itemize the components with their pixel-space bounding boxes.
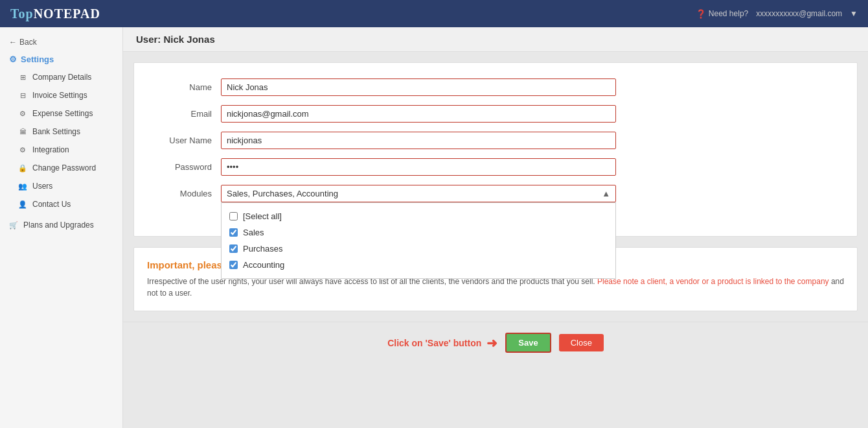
sales-checkbox[interactable]	[229, 228, 238, 237]
email-row: Email	[150, 105, 841, 123]
password-label: Password	[150, 158, 221, 172]
modules-option-sales[interactable]: Sales	[222, 224, 615, 241]
sidebar-item-bank-settings[interactable]: 🏛 Bank Settings	[0, 123, 122, 141]
close-button[interactable]: Close	[559, 334, 604, 351]
help-button[interactable]: Need help?	[696, 9, 748, 19]
accounting-checkbox[interactable]	[229, 261, 238, 269]
page-title: User: Nick Jonas	[123, 27, 868, 52]
name-label: Name	[150, 78, 221, 92]
name-input[interactable]	[221, 78, 616, 96]
layout: ← Back Settings ⊞ Company Details ⊟ Invo…	[0, 27, 868, 428]
modules-option-purchases[interactable]: Purchases	[222, 241, 615, 257]
modules-option-select-all[interactable]: [Select all]	[222, 208, 615, 224]
modules-option-accounting[interactable]: Accounting	[222, 257, 615, 273]
email-input[interactable]	[221, 105, 616, 123]
sidebar-item-label: Expense Settings	[32, 109, 93, 118]
sidebar-item-company-details[interactable]: ⊞ Company Details	[0, 68, 122, 86]
email-label: Email	[150, 105, 221, 119]
username-input-wrapper	[221, 132, 616, 149]
notice-text: Irrespective of the user rights, your us…	[147, 276, 844, 299]
email-input-wrapper	[221, 105, 616, 123]
footer-instruction: Click on 'Save' button ➜	[387, 335, 497, 351]
arrow-icon: ➜	[486, 335, 497, 351]
plans-icon: 🛒	[9, 220, 18, 230]
header: TopNotepad Need help? xxxxxxxxxxx@gmail.…	[0, 0, 868, 27]
settings-icon	[9, 54, 17, 64]
sidebar-item-invoice-settings[interactable]: ⊟ Invoice Settings	[0, 86, 122, 104]
modules-display-value: Sales, Purchases, Accounting	[227, 189, 338, 198]
integration-icon: ⚙	[18, 145, 27, 154]
user-form-card: Name Email User Name Passw	[133, 62, 858, 237]
sidebar-item-label: Company Details	[32, 73, 91, 82]
username-input[interactable]	[221, 132, 616, 149]
settings-label: Settings	[21, 54, 54, 64]
back-button[interactable]: ← Back	[0, 34, 122, 51]
sidebar-item-label: Users	[32, 182, 52, 191]
accounting-label: Accounting	[243, 260, 284, 270]
sidebar-item-change-password[interactable]: 🔒 Change Password	[0, 159, 122, 177]
sidebar-item-expense-settings[interactable]: ⚙ Expense Settings	[0, 104, 122, 123]
bank-icon: 🏛	[18, 127, 27, 136]
company-icon: ⊞	[18, 73, 27, 82]
header-right: Need help? xxxxxxxxxxx@gmail.com ▼	[696, 9, 858, 19]
purchases-label: Purchases	[243, 244, 282, 254]
footer-bar: Click on 'Save' button ➜ Save Close	[123, 322, 868, 363]
modules-dropdown-wrapper: Sales, Purchases, Accounting ▲ [Select a…	[221, 185, 616, 202]
modules-label: Modules	[150, 185, 221, 198]
invoice-icon: ⊟	[18, 91, 27, 100]
sidebar: ← Back Settings ⊞ Company Details ⊟ Invo…	[0, 27, 123, 428]
logo: TopNotepad	[10, 6, 100, 21]
instruction-text: Click on 'Save' button	[387, 338, 481, 348]
users-icon: 👥	[18, 182, 27, 191]
sidebar-item-label: Integration	[32, 145, 69, 154]
notice-text-highlight: Please note a client, a vendor or a prod…	[597, 277, 829, 286]
sidebar-item-users[interactable]: 👥 Users	[0, 177, 122, 195]
sidebar-item-plans-upgrades[interactable]: 🛒 Plans and Upgrades	[0, 216, 122, 234]
username-label: User Name	[150, 132, 221, 145]
select-all-label: [Select all]	[243, 211, 282, 221]
sidebar-item-label: Invoice Settings	[32, 91, 87, 100]
sales-label: Sales	[243, 228, 264, 237]
purchases-checkbox[interactable]	[229, 244, 238, 253]
password-icon: 🔒	[18, 163, 27, 172]
sidebar-item-integration[interactable]: ⚙ Integration	[0, 141, 122, 159]
username-row: User Name	[150, 132, 841, 149]
expense-icon: ⚙	[18, 109, 27, 118]
modules-row: Modules Sales, Purchases, Accounting ▲ […	[150, 185, 841, 202]
chevron-up-icon: ▲	[602, 189, 610, 198]
main-content: User: Nick Jonas Name Email User Name	[123, 27, 868, 428]
plans-label: Plans and Upgrades	[23, 220, 94, 230]
password-input[interactable]	[221, 158, 616, 176]
contact-icon: 👤	[18, 200, 27, 209]
sidebar-item-contact-us[interactable]: 👤 Contact Us	[0, 195, 122, 213]
save-button[interactable]: Save	[505, 333, 551, 353]
user-email: xxxxxxxxxxx@gmail.com	[756, 9, 842, 18]
chevron-down-icon: ▼	[850, 9, 858, 18]
sidebar-item-label: Change Password	[32, 163, 96, 172]
modules-dropdown[interactable]: Sales, Purchases, Accounting ▲	[221, 185, 616, 202]
name-input-wrapper	[221, 78, 616, 96]
name-row: Name	[150, 78, 841, 96]
back-label: Back	[19, 38, 37, 47]
help-icon	[696, 9, 706, 19]
password-input-wrapper	[221, 158, 616, 176]
help-label: Need help?	[709, 9, 748, 18]
sidebar-item-label: Bank Settings	[32, 127, 80, 136]
sidebar-settings-title: Settings	[0, 51, 122, 68]
modules-dropdown-list: [Select all] Sales Purchases Accoun	[221, 202, 616, 279]
select-all-checkbox[interactable]	[229, 212, 238, 220]
sidebar-item-label: Contact Us	[32, 200, 71, 209]
password-row: Password	[150, 158, 841, 176]
back-arrow-icon: ←	[9, 38, 17, 47]
